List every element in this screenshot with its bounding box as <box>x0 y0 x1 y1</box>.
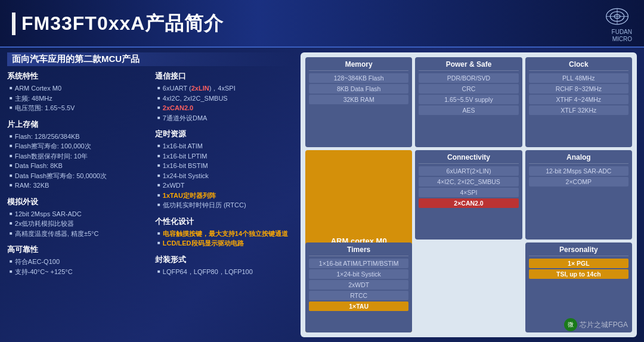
reliability-item-2: 支持-40°C~ +125°C <box>7 267 145 277</box>
left-col-2: 通信接口 6xUART (2xLIN)，4xSPI 4xI2C, 2xI2C_S… <box>155 71 293 282</box>
sys-item-2: 主频: 48MHz <box>7 94 145 104</box>
conn-item-4: 2×CAN2.0 <box>419 198 518 208</box>
fudan-logo <box>602 5 632 29</box>
section-personality: 个性化设计 电容触摸按键，最大支持14个独立按键通道 LCD/LED段码显示驱动… <box>155 216 293 248</box>
timer-item-3: 1x16-bit BSTIM <box>155 161 293 171</box>
clock-item-4: XTLF 32KHz <box>529 105 628 115</box>
timer-item-1: 1x16-bit ATIM <box>155 141 293 151</box>
analog-title: Analog <box>529 153 628 164</box>
package-item-1: LQFP64，LQFP80，LQFP100 <box>155 267 293 277</box>
personality-item-1: 电容触摸按键，最大支持14个独立按键通道 <box>155 229 293 239</box>
storage-item-4: Data Flash: 8KB <box>7 161 145 171</box>
timers-item-2: 1×24-bit Systick <box>309 269 408 279</box>
section-reliability-title: 高可靠性 <box>7 244 145 255</box>
logo-text: FUDANMICRO <box>612 29 632 43</box>
title-bar <box>12 13 16 35</box>
timers-item-3: 2xWDT <box>309 280 408 290</box>
sys-item-3: 电压范围: 1.65~5.5V <box>7 103 145 113</box>
power-item-3: 1.65~5.5V supply <box>419 95 518 104</box>
timer-item-7: 低功耗实时时钟日历 (RTCC) <box>155 200 293 210</box>
content-area: 面向汽车应用的第二款MCU产品 系统特性 ARM Cortex M0 主频: 4… <box>0 48 644 342</box>
memory-block: Memory 128~384KB Flash 8KB Data Flash 32… <box>305 57 412 147</box>
analog-item-1: 12bit 2Msps SAR-ADC <box>7 209 145 219</box>
timers-item-4: RTCC <box>309 291 408 300</box>
power-block: Power & Safe PDR/BOR/SVD CRC 1.65~5.5V s… <box>415 57 522 147</box>
memory-item-1: 128~384KB Flash <box>309 73 408 83</box>
personality-item-2: TSI, up to 14ch <box>529 269 628 279</box>
timers-title: Timers <box>309 245 408 256</box>
timer-item-2: 1x16-bit LPTIM <box>155 151 293 161</box>
reliability-item-1: 符合AEC-Q100 <box>7 257 145 267</box>
section-personality-title: 个性化设计 <box>155 216 293 227</box>
wechat-icon: 微 <box>564 318 577 331</box>
storage-item-6: RAM: 32KB <box>7 181 145 191</box>
section-storage: 片上存储 Flash: 128/256/384KB Flash擦写寿命: 100… <box>7 119 145 191</box>
storage-item-1: Flash: 128/256/384KB <box>7 132 145 142</box>
logo-area: FUDANMICRO <box>602 5 632 43</box>
section-analog: 模拟外设 12bit 2Msps SAR-ADC 2x低功耗模拟比较器 高精度温… <box>7 197 145 239</box>
comms-item-3: 2xCAN2.0 <box>155 103 293 113</box>
section-timers-title: 定时资源 <box>155 129 293 139</box>
storage-item-2: Flash擦写寿命: 100,000次 <box>7 141 145 151</box>
clock-title: Clock <box>529 60 628 71</box>
section-package-title: 封装形式 <box>155 254 293 265</box>
timer-item-6: 1xTAU定时器列阵 <box>155 191 293 201</box>
watermark-text: 芯片之城FPGA <box>580 320 628 330</box>
conn-item-3: 4×SPI <box>419 188 518 197</box>
timer-item-5: 2xWDT <box>155 181 293 191</box>
clock-block: Clock PLL 48MHz RCHF 8~32MHz XTHF 4~24MH… <box>525 57 632 147</box>
personality-title: Personality <box>529 245 628 256</box>
memory-title: Memory <box>309 60 408 71</box>
conn-item-1: 6xUART(2×LIN) <box>419 166 518 176</box>
clock-item-3: XTHF 4~24MHz <box>529 95 628 104</box>
sys-item-1: ARM Cortex M0 <box>7 83 145 94</box>
storage-item-3: Flash数据保存时间: 10年 <box>7 151 145 161</box>
connectivity-block: Connectivity 6xUART(2×LIN) 4×I2C, 2×I2C_… <box>415 150 522 240</box>
timers-item-1: 1×16-bit ATIM/LPTIM/BSTIM <box>309 259 408 268</box>
left-col-1: 系统特性 ARM Cortex M0 主频: 48MHz 电压范围: 1.65~… <box>7 71 145 282</box>
section-timers: 定时资源 1x16-bit ATIM 1x16-bit LPTIM 1x16-b… <box>155 129 293 210</box>
analog-diag-item-1: 12-bit 2Msps SAR-ADC <box>529 166 628 176</box>
conn-item-2: 4×I2C, 2×I2C_SMBUS <box>419 177 518 186</box>
personality-item-2: LCD/LED段码显示驱动电路 <box>155 238 293 248</box>
section-storage-title: 片上存储 <box>7 119 145 130</box>
watermark: 微 芯片之城FPGA <box>564 318 628 331</box>
comms-item-4: 7通道外设DMA <box>155 113 293 123</box>
clock-item-2: RCHF 8~32MHz <box>529 84 628 94</box>
section-analog-title: 模拟外设 <box>7 197 145 207</box>
left-columns: 系统特性 ARM Cortex M0 主频: 48MHz 电压范围: 1.65~… <box>7 71 293 282</box>
section-system: 系统特性 ARM Cortex M0 主频: 48MHz 电压范围: 1.65~… <box>7 71 145 113</box>
memory-item-2: 8KB Data Flash <box>309 84 408 94</box>
section-comms: 通信接口 6xUART (2xLIN)，4xSPI 4xI2C, 2xI2C_S… <box>155 71 293 123</box>
timers-item-5: 1×TAU <box>309 301 408 311</box>
comms-item-1: 6xUART (2xLIN)，4xSPI <box>155 83 293 94</box>
diagram-grid: Memory 128~384KB Flash 8KB Data Flash 32… <box>305 57 632 332</box>
section-reliability: 高可靠性 符合AEC-Q100 支持-40°C~ +125°C <box>7 244 145 276</box>
analog-item-2: 2x低功耗模拟比较器 <box>7 219 145 229</box>
analog-block: Analog 12-bit 2Msps SAR-ADC 2×COMP <box>525 150 632 240</box>
memory-item-3: 32KB RAM <box>309 95 408 104</box>
timer-item-4: 1x24-bit Systick <box>155 171 293 181</box>
connectivity-title: Connectivity <box>419 153 518 164</box>
comms-item-2: 4xI2C, 2xI2C_SMBUS <box>155 94 293 104</box>
header: FM33FT0xxA产品简介 FUDANMICRO <box>0 0 644 48</box>
right-diagram: Memory 128~384KB Flash 8KB Data Flash 32… <box>301 52 637 337</box>
personality-item-1: 1× PGL <box>529 259 628 268</box>
analog-diag-item-2: 2×COMP <box>529 177 628 186</box>
section-package: 封装形式 LQFP64，LQFP80，LQFP100 <box>155 254 293 277</box>
power-title: Power & Safe <box>419 60 518 71</box>
header-title: FM33FT0xxA产品简介 <box>12 11 224 37</box>
left-panel: 面向汽车应用的第二款MCU产品 系统特性 ARM Cortex M0 主频: 4… <box>7 52 293 337</box>
power-item-1: PDR/BOR/SVD <box>419 73 518 83</box>
analog-item-3: 高精度温度传感器, 精度±5°C <box>7 229 145 239</box>
section-comms-title: 通信接口 <box>155 71 293 82</box>
left-subtitle: 面向汽车应用的第二款MCU产品 <box>7 52 293 66</box>
page-title: FM33FT0xxA产品简介 <box>21 11 224 37</box>
storage-item-5: Data Flash擦写寿命: 50,0000次 <box>7 171 145 181</box>
section-system-title: 系统特性 <box>7 71 145 82</box>
main-container: FM33FT0xxA产品简介 FUDANMICRO 面向汽车应用的第二款MCU产… <box>0 0 644 342</box>
timers-block: Timers 1×16-bit ATIM/LPTIM/BSTIM 1×24-bi… <box>305 242 412 332</box>
power-item-4: AES <box>419 105 518 115</box>
power-item-2: CRC <box>419 84 518 94</box>
clock-item-1: PLL 48MHz <box>529 73 628 83</box>
